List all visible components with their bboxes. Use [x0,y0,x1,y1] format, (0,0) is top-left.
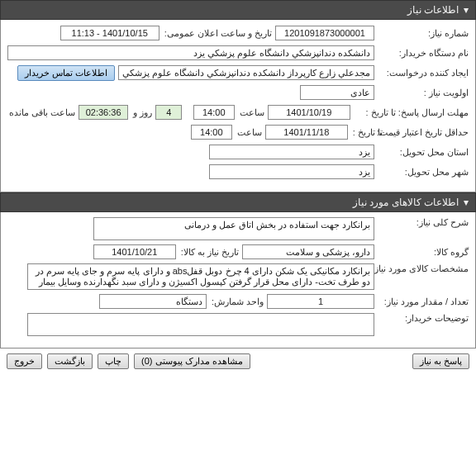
respond-button[interactable]: پاسخ به نیاز [412,353,469,369]
public-announce-label: تاریخ و ساعت اعلان عمومی: [163,28,272,39]
need-by-label: تاریخ نیاز به کالا: [179,247,239,258]
qty-label: تعداد / مقدار مورد نیاز: [378,296,469,307]
remaining-suffix: ساعت باقی مانده [7,107,75,118]
buyer-org-field[interactable] [7,45,374,60]
goods-info-title: اطلاعات کالاهای مورد نیاز [353,197,459,208]
validity-to-label: تا تاریخ : [351,127,383,138]
spec-field[interactable]: برانکارد مکانیکی یک شکن دارای 4 چرخ دوبل… [27,263,374,290]
requester-label: ایجاد کننده درخواست: [378,68,469,78]
print-button[interactable]: چاپ [98,353,129,369]
need-info-body: شماره نیاز: تاریخ و ساعت اعلان عمومی: نا… [0,20,476,192]
priority-label: اولویت نیاز : [378,88,469,98]
collapse-icon[interactable]: ▾ [464,4,469,16]
attachments-button[interactable]: مشاهده مدارک پیوستی (0) [134,353,250,369]
spec-label: مشخصات کالای مورد نیاز: [378,263,469,274]
goods-info-body: شرح کلی نیاز: برانکارد جهت استفاده در بخ… [0,212,476,349]
response-deadline-label: مهلت ارسال پاسخ: تا تاریخ : [354,107,469,118]
qty-field[interactable] [267,294,374,309]
days-remaining[interactable] [155,105,182,120]
buyer-notes-label: توضیحات خریدار: [378,313,469,324]
saat-label-1: ساعت [238,107,264,118]
province-field[interactable] [209,145,374,159]
validity-time[interactable] [191,125,232,140]
exit-button[interactable]: خروج [7,353,42,369]
back-button[interactable]: بازگشت [47,353,93,369]
need-info-title: اطلاعات نیاز [407,4,459,16]
validity-date[interactable] [265,125,348,140]
validity-label: حداقل تاریخ اعتبار قیمت: [386,127,469,138]
city-label: شهر محل تحویل: [378,167,469,178]
group-label: گروه کالا: [378,247,469,258]
unit-label: واحد شمارش: [210,296,264,307]
general-desc-label: شرح کلی نیاز: [378,217,469,228]
need-info-header: ▾ اطلاعات نیاز [0,0,476,20]
priority-field[interactable] [300,85,374,100]
collapse-icon-2[interactable]: ▾ [464,197,469,208]
goods-info-header: ▾ اطلاعات کالاهای مورد نیاز [0,192,476,212]
group-field[interactable] [242,244,374,259]
public-announce-field[interactable] [60,26,159,40]
need-number-label: شماره نیاز: [378,28,469,39]
requester-field[interactable] [118,65,374,80]
saat-label-2: ساعت [236,127,262,138]
response-deadline-date[interactable] [268,105,350,120]
time-remaining[interactable] [79,105,128,120]
need-number-field[interactable] [275,26,374,40]
unit-field[interactable] [99,294,207,309]
need-by-field[interactable] [93,244,176,259]
general-desc-field[interactable]: برانکارد جهت استفاده در بخش اتاق عمل و د… [93,217,374,240]
response-deadline-time[interactable] [193,105,235,120]
city-field[interactable] [209,164,374,179]
buyer-org-label: نام دستگاه خریدار: [378,48,469,59]
buyer-contact-button[interactable]: اطلاعات تماس خریدار [17,65,115,81]
footer-bar: پاسخ به نیاز مشاهده مدارک پیوستی (0) چاپ… [0,349,476,377]
province-label: استان محل تحویل: [378,147,469,158]
buyer-notes-field[interactable] [27,313,374,336]
roz-va-label: روز و [131,107,152,118]
